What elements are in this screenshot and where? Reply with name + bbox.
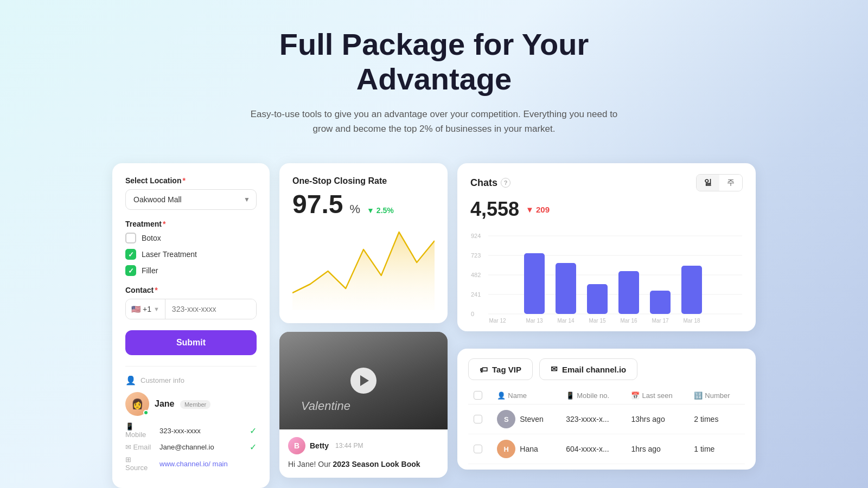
customer-name: Jane (155, 399, 174, 408)
detail-email: ✉ Email Jane@channel.io ✓ (125, 442, 257, 452)
location-select[interactable]: Oakwood Mall (125, 189, 257, 210)
check-icon: ✓ (250, 442, 257, 452)
chats-card: Chats ? 일 주 4,558 ▼ 209 924 (457, 163, 756, 331)
svg-rect-12 (556, 263, 576, 314)
checkbox-botox-label: Botox (142, 234, 161, 242)
rate-change: ▼ 2.5% (367, 206, 394, 215)
checkbox-botox[interactable]: Botox (125, 233, 257, 243)
svg-text:Mar 13: Mar 13 (526, 318, 543, 324)
col-lastseen-header: 📅Last seen (626, 387, 688, 404)
chats-count-row: 4,558 ▼ 209 (470, 198, 743, 221)
checkbox-laser[interactable]: Laser Treatment (125, 249, 257, 260)
page-title: Full Package for Your Advantage (201, 27, 667, 97)
svg-text:241: 241 (471, 291, 481, 298)
row-mobile: 323-xxxx-x... (560, 404, 626, 434)
table-row: S Steven 323-xxxx-x... 13hrs ago 2 times (468, 404, 745, 434)
toggle-week-button[interactable]: 주 (719, 175, 742, 191)
rate-row: 97.5 % ▼ 2.5% (292, 189, 435, 219)
member-badge: Member (180, 400, 210, 409)
location-label: Select Location* (125, 176, 257, 185)
svg-rect-14 (618, 271, 639, 314)
toggle-buttons: 일 주 (696, 174, 743, 191)
email-channel-button[interactable]: ✉ Email channel.io (539, 358, 637, 380)
tag-email-row: 🏷 Tag VIP ✉ Email channel.io (468, 349, 745, 387)
video-thumbnail[interactable]: Valentine (279, 332, 448, 429)
location-select-wrapper[interactable]: Oakwood Mall ▼ (125, 189, 257, 210)
row-name: Hana (520, 445, 538, 453)
submit-button[interactable]: Submit (125, 330, 257, 355)
svg-text:723: 723 (471, 252, 481, 259)
chat-sender-name: Betty (310, 441, 329, 450)
chat-time: 13:44 PM (335, 442, 363, 450)
source-value[interactable]: www.channel.io/ main (159, 460, 257, 468)
row-name-cell: H Hana (492, 434, 560, 464)
email-channel-label: Email channel.io (562, 365, 626, 374)
row-name: Steven (520, 415, 544, 423)
svg-text:Mar 14: Mar 14 (557, 318, 575, 324)
col-name-header: 👤Name (492, 387, 560, 404)
chat-avatar: B (288, 437, 305, 454)
select-all-checkbox[interactable] (474, 391, 482, 400)
rate-change-value: 2.5% (376, 206, 394, 215)
online-indicator (143, 410, 149, 415)
table-row: H Hana 604-xxxx-x... 1hrs ago 1 time (468, 434, 745, 464)
tag-vip-label: Tag VIP (492, 365, 521, 374)
help-icon[interactable]: ? (501, 178, 510, 188)
svg-text:Mar 15: Mar 15 (589, 318, 606, 324)
customer-name-row: Jane Member (155, 399, 210, 409)
tag-vip-button[interactable]: 🏷 Tag VIP (468, 358, 533, 380)
treatment-checkboxes: Botox Laser Treatment Filler (125, 233, 257, 276)
svg-text:Mar 18: Mar 18 (683, 318, 700, 324)
checkbox-filler-label: Filler (142, 266, 158, 275)
tag-icon: 🏷 (480, 365, 488, 374)
toggle-day-button[interactable]: 일 (697, 175, 719, 191)
rate-unit: % (349, 202, 360, 216)
phone-flag[interactable]: 🇺🇸 +1 ▼ (126, 299, 165, 319)
closing-rate-chart (292, 223, 435, 310)
email-icon: ✉ (551, 364, 558, 374)
chats-label: Chats ? (470, 177, 510, 189)
table-header-row: 👤Name 📱Mobile no. 📅Last seen 🔢Number (468, 387, 745, 404)
closing-rate-card: One-Stop Closing Rate 97.5 % ▼ 2.5% (279, 163, 448, 323)
row-lastseen: 13hrs ago (626, 404, 688, 434)
col-mobile-header: 📱Mobile no. (560, 387, 626, 404)
row-select-checkbox[interactable] (474, 415, 482, 423)
svg-text:Mar 12: Mar 12 (489, 318, 506, 324)
rate-number: 97.5 (292, 189, 343, 219)
col-checkbox-header (468, 387, 492, 404)
avatar-wrap: 👩 (125, 392, 149, 416)
checkbox-laser-label: Laser Treatment (142, 250, 197, 259)
chats-change: ▼ 209 (526, 205, 550, 214)
row-lastseen: 1hrs ago (626, 434, 688, 464)
email-label: ✉ Email (125, 443, 155, 451)
customer-info-section: 👤 Customer info 👩 Jane Member 📱 Mobile 3… (125, 366, 257, 472)
row-name-cell: S Steven (492, 404, 560, 434)
svg-text:Mar 16: Mar 16 (620, 318, 637, 324)
checkbox-laser-box[interactable] (125, 249, 136, 260)
check-icon: ✓ (250, 426, 257, 436)
checkbox-filler[interactable]: Filler (125, 265, 257, 276)
mobile-value: 323-xxx-xxxx (159, 427, 245, 435)
checkbox-botox-box[interactable] (125, 233, 136, 243)
customer-info-label: 👤 Customer info (125, 375, 257, 386)
chats-card-header: Chats ? 일 주 (470, 174, 743, 191)
phone-input-wrapper[interactable]: 🇺🇸 +1 ▼ (125, 299, 257, 319)
checkbox-filler-box[interactable] (125, 265, 136, 276)
email-value: Jane@channel.io (159, 443, 245, 451)
contacts-card: 🏷 Tag VIP ✉ Email channel.io 👤Name 📱Mobi… (457, 349, 756, 470)
svg-rect-15 (650, 291, 671, 314)
flag-icon: 🇺🇸 (131, 305, 141, 313)
svg-text:Mar 17: Mar 17 (652, 318, 669, 324)
svg-text:0: 0 (471, 311, 474, 317)
chat-message-area: B Betty 13:44 PM Hi Jane! Our 2023 Seaso… (279, 429, 448, 478)
closing-rate-title: One-Stop Closing Rate (292, 176, 435, 186)
row-checkbox (468, 434, 492, 464)
mobile-label: 📱 Mobile (125, 422, 155, 439)
phone-number-input[interactable] (165, 299, 257, 319)
down-arrow-icon: ▼ (526, 205, 534, 214)
row-checkbox (468, 404, 492, 434)
bar-chart: 924 723 482 241 0 (470, 228, 743, 326)
play-button[interactable] (350, 368, 376, 394)
svg-text:924: 924 (471, 233, 481, 239)
row-select-checkbox[interactable] (474, 445, 482, 453)
